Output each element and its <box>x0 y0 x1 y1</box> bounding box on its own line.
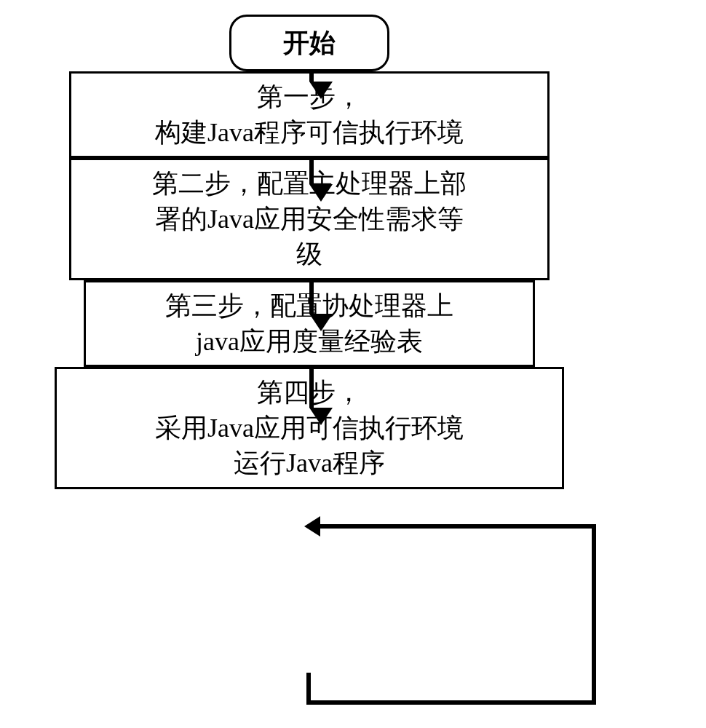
start-label: 开始 <box>283 25 336 61</box>
loop-seg-bottom <box>306 700 596 705</box>
start-node: 开始 <box>229 15 389 71</box>
flowchart: 开始 第一步， 构建Java程序可信执行环境 第二步，配置主处理器上部 署的Ja… <box>36 15 582 489</box>
step1-line2: 构建Java程序可信执行环境 <box>155 115 464 151</box>
step2-line2: 署的Java应用安全性需求等 <box>155 202 464 237</box>
loop-seg-up <box>592 524 596 705</box>
step2-line3: 级 <box>296 237 322 272</box>
loop-seg-top <box>320 524 596 529</box>
step4-line3: 运行Java程序 <box>234 446 385 481</box>
loop-seg-down <box>306 673 311 705</box>
loop-arrowhead <box>304 516 320 537</box>
